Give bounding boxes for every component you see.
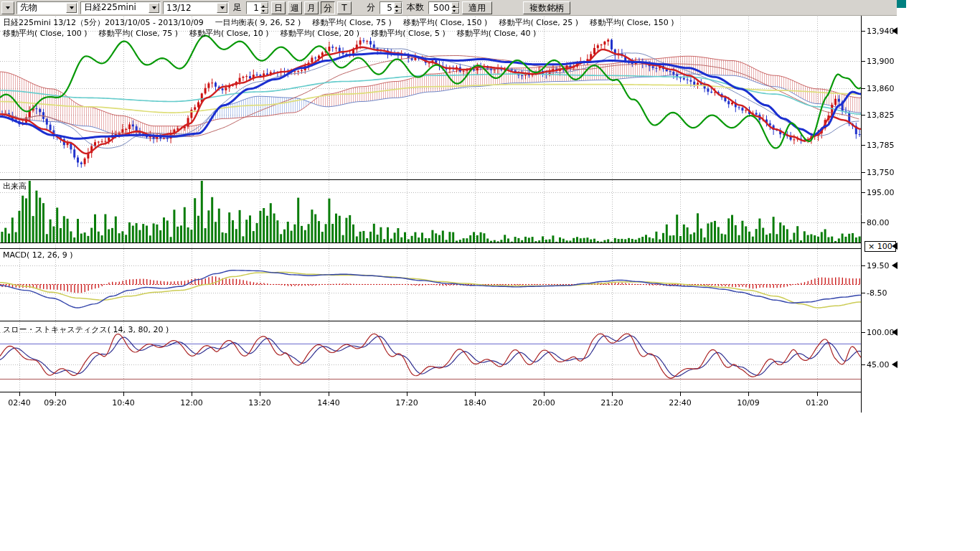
bar-count-label: 本数 (407, 1, 424, 14)
spinner-icon[interactable] (394, 2, 402, 14)
price-axis-label: 13,750 (867, 168, 895, 177)
contract-month-value: 13/12 (166, 3, 192, 13)
down-arrow-icon (220, 6, 225, 11)
dropdown-arrow-icon[interactable] (217, 3, 227, 13)
time-axis-label: 01:20 (806, 398, 829, 408)
indicator-ma-label: 移動平均( Close, 150 ) (403, 17, 488, 28)
stoch-axis-label: 100.00 (867, 328, 895, 337)
bar-count-value: 500 (429, 3, 451, 13)
time-axis-label: 22:40 (669, 398, 692, 408)
spinner-icon[interactable] (451, 2, 459, 14)
indicator-ma-label: 移動平均( Close, 40 ) (457, 28, 537, 39)
multi-symbol-button[interactable]: 複数銘柄 (523, 1, 570, 14)
time-axis-label: 20:00 (532, 398, 555, 408)
scale-marker[interactable] (892, 27, 897, 34)
stochastics-panel-label: スロー・ストキャスティクス( 14, 3, 80, 20 ) (3, 324, 169, 335)
scale-marker[interactable] (892, 262, 897, 269)
chart-header-line1: 日経225mini 13/12（5分）2013/10/05 - 2013/10/… (3, 17, 674, 28)
time-axis-label: 13:20 (248, 398, 271, 408)
macd-panel-label: MACD( 12, 26, 9 ) (3, 250, 73, 260)
time-axis-label: 10/09 (737, 398, 760, 408)
minute-unit-label: 分 (367, 1, 375, 14)
price-axis-label: 13,860 (867, 84, 895, 93)
chart-header-line2: 移動平均( Close, 100 ) 移動平均( Close, 75 ) 移動平… (3, 28, 536, 39)
indicator-ichimoku-label: 一目均衡表( 9, 26, 52 ) (215, 17, 301, 28)
trading-chart-application: 先物 日経225mini 13/12 足 1 日 週 月 分 T 分 5 本数 … (0, 0, 980, 551)
stoch-axis-label: 45.00 (867, 360, 890, 369)
indicator-ma-label: 移動平均( Close, 75 ) (99, 28, 179, 39)
main-toolbar: 先物 日経225mini 13/12 足 1 日 週 月 分 T 分 5 本数 … (0, 0, 897, 16)
time-axis-label: 14:40 (317, 398, 340, 408)
interval-value: 1 (247, 3, 260, 13)
time-axis-label: 12:00 (180, 398, 203, 408)
period-month-button[interactable]: 月 (304, 1, 319, 14)
minute-input[interactable]: 5 (380, 1, 402, 14)
time-axis-label: 02:40 (8, 398, 31, 408)
window-grip[interactable] (897, 0, 906, 8)
symbol-select[interactable]: 日経225mini (80, 1, 161, 14)
indicator-ma-label: 移動平均( Close, 5 ) (371, 28, 446, 39)
minute-value: 5 (380, 3, 394, 13)
scale-marker[interactable] (892, 361, 897, 368)
down-arrow-icon (152, 6, 156, 11)
macd-axis-label: -8.50 (867, 288, 887, 298)
market-select-value: 先物 (20, 1, 37, 14)
market-select[interactable]: 先物 (17, 1, 78, 14)
indicator-ma-label: 移動平均( Close, 100 ) (3, 28, 88, 39)
down-arrow-icon (6, 6, 10, 11)
bar-count-input[interactable]: 500 (428, 1, 460, 14)
period-day-button[interactable]: 日 (271, 1, 286, 14)
bar-type-label: 足 (233, 1, 242, 14)
price-axis-label: 13,785 (867, 141, 895, 150)
price-axis-label: 13,940 (867, 27, 895, 36)
indicator-ma-label: 移動平均( Close, 75 ) (312, 17, 392, 28)
macd-axis-label: 19.50 (867, 261, 890, 270)
period-week-button[interactable]: 週 (288, 1, 302, 14)
indicator-ma-label: 移動平均( Close, 150 ) (590, 17, 674, 28)
dropdown-arrow-icon[interactable] (66, 3, 77, 13)
collapse-toolbar-button[interactable] (1, 1, 14, 14)
period-tick-button[interactable]: T (337, 1, 352, 14)
symbol-select-value: 日経225mini (84, 1, 136, 14)
down-arrow-icon (70, 6, 74, 11)
apply-button[interactable]: 適用 (462, 1, 492, 14)
scale-marker[interactable] (892, 329, 897, 336)
indicator-ma-label: 移動平均( Close, 20 ) (281, 28, 360, 39)
period-minute-button[interactable]: 分 (321, 1, 335, 14)
chart-title: 日経225mini 13/12（5分）2013/10/05 - 2013/10/… (3, 17, 204, 28)
price-axis-label: 13,825 (867, 110, 895, 120)
chart-canvas[interactable] (0, 0, 897, 416)
time-axis-label: 10:40 (112, 398, 135, 408)
time-axis-label: 18:40 (463, 398, 486, 408)
volume-axis-label: 195.00 (867, 188, 895, 197)
interval-input[interactable]: 1 (246, 1, 269, 14)
spinner-icon[interactable] (260, 2, 268, 14)
indicator-ma-label: 移動平均( Close, 10 ) (189, 28, 269, 39)
time-axis-label: 21:20 (600, 398, 623, 408)
contract-month-select[interactable]: 13/12 (163, 1, 229, 14)
time-axis-label: 17:20 (395, 398, 418, 408)
indicator-ma-label: 移動平均( Close, 25 ) (499, 17, 578, 28)
scale-marker[interactable] (892, 242, 897, 250)
time-axis-label: 09:20 (44, 398, 67, 408)
volume-axis-label: 80.00 (867, 218, 890, 227)
dropdown-arrow-icon[interactable] (149, 3, 159, 13)
volume-panel-label: 出来高 (3, 181, 27, 192)
price-axis-label: 13,900 (867, 57, 895, 66)
